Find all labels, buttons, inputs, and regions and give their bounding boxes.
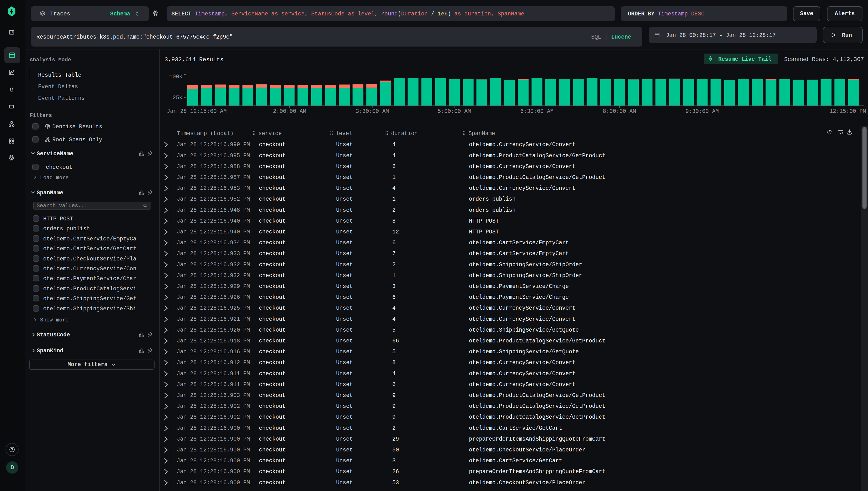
svg-text:9:30:00 AM: 9:30:00 AM (686, 108, 719, 115)
svg-text:25K: 25K (173, 95, 183, 101)
svg-text:12:15:00 PM: 12:15:00 PM (830, 108, 866, 115)
svg-text:100K: 100K (169, 74, 182, 80)
svg-text:2:00:00 AM: 2:00:00 AM (273, 108, 306, 115)
svg-text:8:00:00 AM: 8:00:00 AM (603, 108, 636, 115)
svg-text:6:30:00 AM: 6:30:00 AM (520, 108, 553, 115)
svg-text:5:00:00 AM: 5:00:00 AM (438, 108, 471, 115)
svg-text:Jan 28 12:15:00 AM: Jan 28 12:15:00 AM (167, 108, 227, 115)
svg-text:3:30:00 AM: 3:30:00 AM (356, 108, 389, 115)
